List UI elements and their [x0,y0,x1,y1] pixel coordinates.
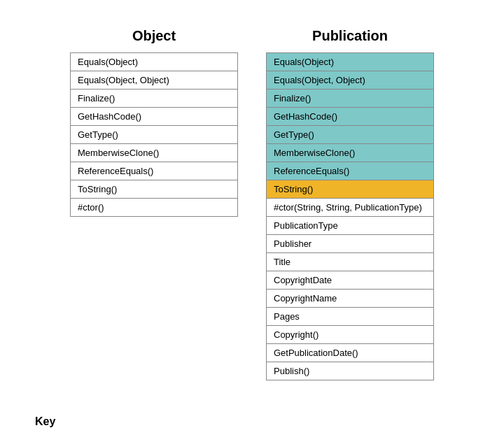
table-row: #ctor() [71,199,238,217]
table-row: Publish() [267,362,434,380]
table-row: CopyrightName [267,290,434,308]
table-row: ReferenceEquals() [267,162,434,180]
cell-label: MemberwiseClone() [267,144,434,162]
table-row: Equals(Object) [267,53,434,71]
cell-label: ToString() [267,180,434,199]
table-row: Finalize() [267,90,434,108]
cell-label: GetHashCode() [71,108,238,126]
cell-label: GetHashCode() [267,108,434,126]
publication-title: Publication [312,28,388,44]
table-row: Equals(Object) [71,53,238,71]
object-column: Object Equals(Object)Equals(Object, Obje… [70,28,238,217]
table-row: Publisher [267,235,434,253]
cell-label: Copyright() [267,326,434,344]
table-row: GetType() [71,126,238,144]
cell-label: Publish() [267,362,434,380]
cell-label: CopyrightDate [267,271,434,290]
cell-label: Finalize() [267,90,434,108]
table-row: CopyrightDate [267,271,434,290]
cell-label: CopyrightName [267,290,434,308]
publication-table: Equals(Object)Equals(Object, Object)Fina… [266,52,434,380]
table-row: Equals(Object, Object) [267,71,434,90]
table-row: Equals(Object, Object) [71,71,238,90]
cell-label: Pages [267,308,434,326]
table-row: Title [267,253,434,271]
key-title: Key [35,415,150,428]
cell-label: Publisher [267,235,434,253]
table-row: GetPublicationDate() [267,344,434,362]
table-row: GetHashCode() [71,108,238,126]
cell-label: GetType() [71,126,238,144]
cell-label: Equals(Object) [71,53,238,71]
object-title: Object [132,28,176,44]
table-row: #ctor(String, String, PublicationType) [267,199,434,217]
table-row: GetType() [267,126,434,144]
cell-label: Equals(Object, Object) [71,71,238,90]
cell-label: ReferenceEquals() [267,162,434,180]
key-section: Key Unique memberInherited memberOverrid… [35,415,150,428]
cell-label: Finalize() [71,90,238,108]
cell-label: Title [267,253,434,271]
table-row: MemberwiseClone() [267,144,434,162]
cell-label: Equals(Object) [267,53,434,71]
cell-label: ToString() [71,180,238,199]
table-row: ToString() [267,180,434,199]
bottom-section: Key Unique memberInherited memberOverrid… [14,401,490,428]
table-row: Copyright() [267,326,434,344]
table-row: GetHashCode() [267,108,434,126]
cell-label: #ctor(String, String, PublicationType) [267,199,434,217]
table-row: ToString() [71,180,238,199]
publication-column: Publication Equals(Object)Equals(Object,… [266,28,434,380]
cell-label: Equals(Object, Object) [267,71,434,90]
table-row: ReferenceEquals() [71,162,238,180]
cell-label: GetPublicationDate() [267,344,434,362]
cell-label: #ctor() [71,199,238,217]
table-row: Pages [267,308,434,326]
table-row: Finalize() [71,90,238,108]
cell-label: ReferenceEquals() [71,162,238,180]
main-container: Object Equals(Object)Equals(Object, Obje… [14,14,490,380]
cell-label: GetType() [267,126,434,144]
cell-label: MemberwiseClone() [71,144,238,162]
table-row: PublicationType [267,217,434,235]
object-table: Equals(Object)Equals(Object, Object)Fina… [70,52,238,217]
table-row: MemberwiseClone() [71,144,238,162]
cell-label: PublicationType [267,217,434,235]
